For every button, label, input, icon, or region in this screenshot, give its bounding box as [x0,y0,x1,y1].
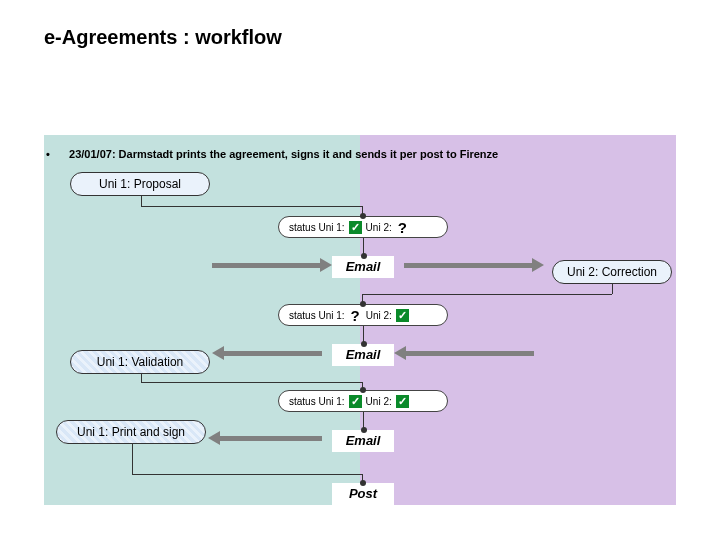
connector [362,474,363,483]
stage-correction: Uni 2: Correction [552,260,672,284]
connector [362,206,363,216]
connector [363,238,364,256]
check-icon: ✓ [396,309,409,322]
connector [363,412,364,430]
status-row-1-uni2-label: Uni 2: [366,222,392,233]
arrow-email2-left [222,351,322,356]
post-label: Post [332,483,394,505]
connector [362,294,612,295]
connector [141,382,363,383]
email-label-3: Email [332,430,394,452]
connector [132,444,133,474]
email-label-1: Email [332,256,394,278]
bullet-dot: • [46,148,66,160]
bullet-text: 23/01/07: Darmstadt prints the agreement… [69,148,498,160]
connector [612,284,613,294]
status-row-2: status Uni 1: ? Uni 2: ✓ [278,304,448,326]
arrow-email2-right [404,351,534,356]
connector [362,382,363,390]
bullet-line: • 23/01/07: Darmstadt prints the agreeme… [46,148,498,160]
page-title: e-Agreements : workflow [44,26,282,49]
connector [141,206,363,207]
connector [132,474,363,475]
arrow-email1-right [404,263,534,268]
status-row-3-uni1-label: status Uni 1: [289,396,345,407]
question-icon: ? [396,219,409,236]
email-label-2: Email [332,344,394,366]
connector [363,326,364,344]
status-row-3-uni2-label: Uni 2: [366,396,392,407]
status-row-1-uni1-label: status Uni 1: [289,222,345,233]
connector [362,294,363,304]
stage-proposal: Uni 1: Proposal [70,172,210,196]
question-icon: ? [349,307,362,324]
arrow-email1-left [212,263,322,268]
stage-print: Uni 1: Print and sign [56,420,206,444]
arrow-email3-left [218,436,322,441]
check-icon: ✓ [396,395,409,408]
stage-validation: Uni 1: Validation [70,350,210,374]
status-row-3: status Uni 1: ✓ Uni 2: ✓ [278,390,448,412]
status-row-2-uni2-label: Uni 2: [366,310,392,321]
connector [141,196,142,206]
check-icon: ✓ [349,221,362,234]
slide: e-Agreements : workflow • 23/01/07: Darm… [0,0,720,540]
connector [141,374,142,382]
status-row-1: status Uni 1: ✓ Uni 2: ? [278,216,448,238]
check-icon: ✓ [349,395,362,408]
status-row-2-uni1-label: status Uni 1: [289,310,345,321]
